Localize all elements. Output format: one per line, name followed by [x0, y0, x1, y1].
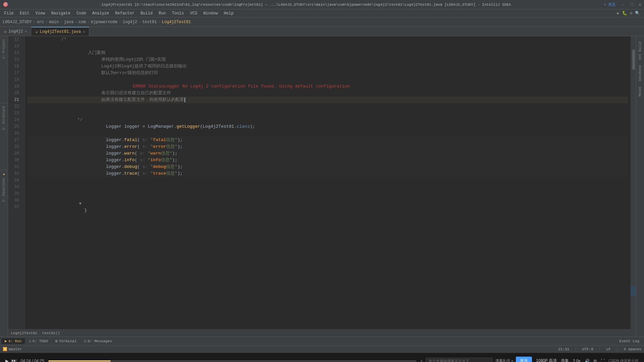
menu-edit[interactable]: Edit — [17, 10, 32, 16]
line-num-34: 34 — [8, 184, 22, 190]
status-encoding: UTF-8 — [582, 347, 593, 351]
status-caret: 21:31 — [558, 347, 569, 351]
menu-build[interactable]: Build — [138, 10, 155, 16]
play-button[interactable]: ▶ — [5, 358, 9, 362]
line-num-16: 16 — [8, 63, 22, 70]
breadcrumb-method[interactable]: test01() — [42, 331, 60, 335]
line-num-33: 33 — [8, 177, 22, 184]
menu-file[interactable]: File — [1, 10, 16, 16]
path-test01[interactable]: test01 — [142, 20, 157, 24]
favorites-panel-tab[interactable]: 2: Favorites — [1, 177, 6, 203]
scrollbar-thumb[interactable] — [632, 50, 635, 70]
close-button[interactable]: ✕ — [639, 2, 641, 7]
line-num-15: 15 — [8, 56, 22, 63]
resolution-label[interactable]: 1080P 高清 — [536, 358, 557, 362]
messages-tab[interactable]: ◻ 0: Messages — [81, 338, 115, 344]
volume-button[interactable]: 🔊 — [585, 359, 590, 362]
messages-tab-icon: ◻ — [84, 339, 87, 343]
send-button[interactable]: 发送 — [516, 357, 532, 362]
code-line-12: /* — [28, 36, 628, 43]
toolbar-search-button[interactable]: 🔍 — [635, 11, 640, 16]
todo-tab-icon: ☑ — [29, 339, 31, 343]
line-num-12: 12 — [8, 36, 22, 43]
code-line-13 — [28, 43, 628, 50]
structure-panel-tab[interactable]: 2: Structure — [1, 105, 6, 131]
path-file[interactable]: Log4j2Test01 — [162, 20, 191, 24]
messages-tab-label: 0: Messages — [88, 339, 112, 343]
project-panel-tab[interactable]: 1: Project — [1, 38, 6, 60]
event-log-tab[interactable]: Event Log — [616, 339, 643, 344]
run-tab[interactable]: ▶ 4: Run — [1, 338, 25, 344]
event-log-label: Event Log — [620, 339, 639, 343]
line-num-20: 20 — [8, 90, 22, 97]
terminal-tab[interactable]: ⊞ Terminal — [52, 338, 80, 344]
fullscreen-button[interactable]: ⛶ — [601, 359, 605, 362]
menu-refactor[interactable]: Refactor — [112, 10, 137, 16]
danmu-label[interactable]: 弹幕礼仪 » — [495, 358, 513, 362]
code-line-22 — [28, 103, 628, 110]
toolbar-run-button[interactable]: ▶ — [617, 11, 620, 16]
minimap-highlight — [631, 286, 636, 296]
menu-view[interactable]: View — [33, 10, 48, 16]
menu-code[interactable]: Code — [74, 10, 89, 16]
menu-vcs[interactable]: VCS — [187, 10, 200, 16]
maven-tab[interactable]: Maven — [638, 84, 643, 99]
menu-navigate[interactable]: Navigate — [48, 10, 73, 16]
menu-help[interactable]: Help — [221, 10, 236, 16]
menu-window[interactable]: Window — [201, 10, 220, 16]
toolbar-settings-button[interactable]: ⚙ — [630, 11, 632, 16]
comment-input[interactable] — [426, 358, 493, 362]
breadcrumb-class[interactable]: Log4j2Test01 — [11, 331, 37, 335]
line-num-28: 28 — [8, 143, 22, 150]
line-num-30: 30 — [8, 157, 22, 164]
code-content[interactable]: /* 入门案例 单纯的使用Log4j2的 门面+实现 Log4j2和log4j提… — [25, 36, 631, 329]
line-num-18: 18 — [8, 76, 22, 83]
todo-tab[interactable]: ☑ 6: TODO — [25, 338, 51, 344]
database-tab[interactable]: Database — [638, 62, 643, 84]
path-root[interactable]: LOG4J2_STUDY — [3, 20, 32, 24]
tab-log4j2-close[interactable]: ✕ — [25, 29, 27, 34]
code-line-25: Logger logger = LogManager.getLogger(Log… — [28, 123, 628, 130]
tab-test-icon: ☕ — [35, 29, 38, 34]
menu-run[interactable]: Run — [156, 10, 169, 16]
editor-area: 12 13 14 15 16 17 18 19 20 21 22 23 24 2… — [8, 36, 631, 337]
run-tab-icon: ▶ — [5, 339, 7, 343]
subtitle-label[interactable]: 选集 — [561, 358, 569, 362]
line-num-13: 13 — [8, 43, 22, 50]
path-java[interactable]: java — [64, 20, 73, 24]
follow-button[interactable]: + 关注 — [604, 2, 615, 7]
maximize-button[interactable]: □ — [631, 2, 633, 7]
path-log4j2[interactable]: log4j2 — [123, 20, 137, 24]
tab-test-close[interactable]: ✕ — [83, 30, 85, 34]
menu-analyze[interactable]: Analyze — [90, 10, 112, 16]
path-com[interactable]: com — [78, 20, 86, 24]
minimize-button[interactable]: － — [621, 2, 625, 8]
path-main[interactable]: main — [49, 20, 59, 24]
editor-scrollbar[interactable] — [631, 36, 636, 337]
line-num-27: 27 — [8, 137, 22, 143]
video-progress-fill — [48, 360, 111, 362]
next-button[interactable]: ⏭ — [11, 358, 17, 362]
code-line-34 — [28, 184, 628, 190]
bottom-tabs-bar: ▶ 4: Run ☑ 6: TODO ⊞ Terminal ◻ 0: Messa… — [0, 337, 644, 345]
speed-label[interactable]: 2.0x — [573, 359, 581, 362]
code-editor[interactable]: 12 13 14 15 16 17 18 19 20 21 22 23 24 2… — [8, 36, 631, 329]
line-num-37: 37 — [8, 204, 22, 210]
comment-icon: ⚠ — [420, 358, 423, 362]
status-bar: 🔀 master 21:31 | UTF-8 | LF | 4 spaces — [0, 345, 644, 353]
path-src[interactable]: src — [37, 20, 44, 24]
ant-build-tab[interactable]: Ant Build — [638, 39, 643, 62]
menu-tools[interactable]: Tools — [169, 10, 187, 16]
code-line-23 — [28, 110, 628, 117]
editor-breadcrumb: Log4j2Test01 › test01() — [8, 329, 631, 337]
tab-log4j2test01[interactable]: ☕ Log4j2Test01.java ✕ — [31, 27, 89, 36]
path-bjpowernode[interactable]: bjpowernode — [91, 20, 117, 24]
video-bar: ▶ ⏭ 04:24 / 04:25 ⚠ 弹幕礼仪 » 发送 1080P 高清 选… — [0, 353, 644, 362]
title-text: log4jProject01 [D:\teach\course2021vd\01… — [8, 3, 604, 7]
line-num-21: 21 — [8, 97, 22, 103]
title-bar: 🎯 log4jProject01 [D:\teach\course2021vd\… — [0, 0, 644, 9]
toolbar-debug-button[interactable]: 🐛 — [622, 11, 627, 16]
video-progress-bar[interactable] — [48, 360, 416, 362]
tab-log4j2[interactable]: ☕ log4j2 ✕ — [0, 27, 31, 36]
pip-button[interactable]: ⧉ — [594, 359, 597, 362]
